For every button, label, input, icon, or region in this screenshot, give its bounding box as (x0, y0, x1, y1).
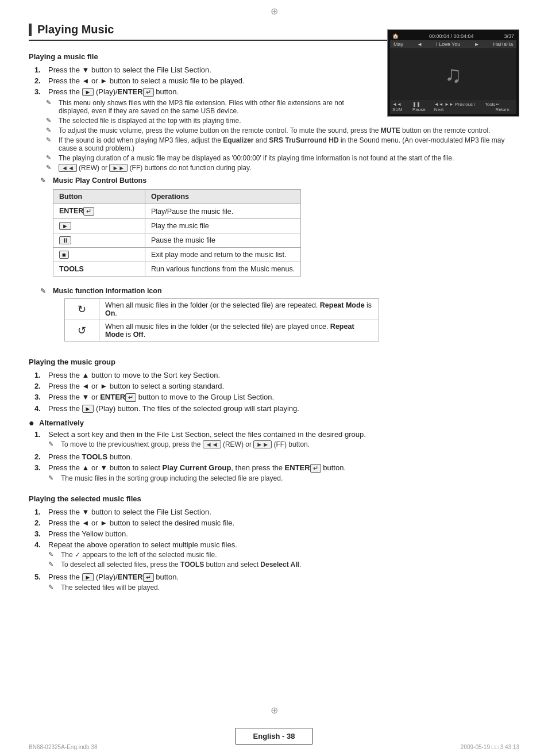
note-pencil-icon: ✎ (48, 440, 57, 448)
music-function-icon-content: Music function information icon ↻ When a… (53, 287, 403, 347)
page-footer: English - 38 (0, 728, 548, 745)
enter-sym: ↵ (125, 393, 136, 402)
screenshot-ctrl-pause: ❚❚ Pause (412, 102, 434, 112)
list-item: 1. Press the ▲ button to move to the Sor… (34, 371, 519, 379)
repeat-on-icon: ↻ (65, 299, 99, 320)
playing-music-file-section: 🏠 00:00:04 / 00:04:04 3/37 May ◄ I Love … (29, 52, 519, 154)
crosshair-bottom-icon: ⊕ (271, 705, 278, 716)
playing-selected-music-title: Playing the selected music files (29, 494, 519, 503)
step-num: 1. (34, 66, 45, 74)
step-text: Press the Yellow button. (48, 529, 128, 538)
step-num: 2. (34, 382, 45, 390)
note-item: ✎ ◄◄ (REW) or ►► (FF) buttons do not fun… (46, 164, 519, 172)
screenshot-ctrl-sum: ◄◄ SUM (392, 102, 412, 112)
step-text: Press the ◄ or ► button to select a musi… (48, 76, 245, 85)
step-num: 3. (34, 463, 45, 472)
note-text: The selected file is displayed at the to… (59, 117, 241, 125)
playing-music-group-section: Playing the music group 1. Press the ▲ b… (29, 358, 519, 484)
note-text: This menu only shows files with the MP3 … (59, 99, 376, 115)
step-num: 3. (34, 529, 45, 538)
pencil-icon: ✎ (40, 176, 49, 185)
music-control-table: Button Operations ENTER↵ Play/Pause the … (53, 189, 301, 277)
list-item: 2. Press the ◄ or ► button to select the… (34, 519, 519, 527)
stop-sym: ■ (59, 251, 69, 259)
ff-sym: ►► (253, 440, 272, 448)
table-cell-button: ENTER↵ (53, 204, 145, 219)
step-text: Press the ◄ or ► button to select a sort… (48, 382, 224, 390)
screenshot-ctrl-return: ↩ Return (496, 102, 514, 112)
list-item: 3. Press the ▼ or ENTER↵ button to move … (34, 393, 519, 402)
table-row: ENTER↵ Play/Pause the music file. (53, 204, 301, 219)
enter-btn-sym: ↵ (143, 88, 154, 97)
table-cell-op: Run various functions from the Music men… (145, 262, 301, 277)
note-item: ✎ The music files in the sorting group i… (48, 474, 346, 482)
screenshot-track-bar: May ◄ I Love You ► HaHaHa (390, 40, 516, 48)
screenshot-artist: May (393, 41, 403, 47)
step-text: Press the ▼ button to select the File Li… (48, 508, 211, 516)
repeat-on-desc: When all music files in the folder (or t… (99, 299, 379, 320)
step-content: Press the ▲ or ▼ button to select Play C… (48, 463, 346, 484)
step-text: Press the ► (Play)/ENTER↵ button. (48, 573, 179, 581)
table-cell-op: Play the music file (145, 219, 301, 233)
step-text: Press the ▲ button to move to the Sort k… (48, 371, 220, 379)
note-pencil-icon: ✎ (46, 117, 55, 124)
note-pencil-icon: ✎ (46, 154, 55, 162)
note-text: The playing duration of a music file may… (59, 154, 454, 162)
repeat-off-desc: When all music files in the folder (or t… (99, 320, 379, 341)
ff-btn: ►► (109, 164, 128, 172)
note-item: ✎ To move to the previous/next group, pr… (48, 440, 366, 448)
table-cell-button: TOOLS (53, 262, 145, 277)
note-text: To move to the previous/next group, pres… (61, 440, 310, 448)
note-text: To deselect all selected files, press th… (61, 561, 301, 569)
screenshot-ctrl-prevnext: ◄◄ ►► Previous / Next (434, 102, 485, 112)
step-text: Select a sort key and then in the File L… (48, 430, 366, 439)
table-cell-op: Pause the music file (145, 233, 301, 248)
list-item: 1. Press the ▼ button to select the File… (34, 66, 376, 74)
enter-sym: ↵ (83, 207, 94, 216)
list-item: 3. Press the ▲ or ▼ button to select Pla… (34, 463, 519, 484)
list-item: 1. Select a sort key and then in the Fil… (34, 430, 519, 450)
screenshot-next-icon: ► (474, 41, 479, 47)
footer-label: English - 38 (236, 728, 313, 745)
note-item: ✎ The selected files will be played. (48, 584, 179, 592)
step-num: 1. (34, 430, 45, 439)
enter-sym: ↵ (310, 464, 321, 473)
step-num: 3. (34, 87, 45, 96)
note-item: ✎ This menu only shows files with the MP… (46, 99, 376, 115)
note-text: ◄◄ (REW) or ►► (FF) buttons do not funct… (59, 164, 251, 172)
step-num: 3. (34, 393, 45, 401)
note-text: The selected files will be played. (61, 584, 160, 592)
music-play-control-block: ✎ Music Play Control Buttons Button Oper… (40, 176, 519, 283)
playing-music-group-title: Playing the music group (29, 358, 519, 366)
page-title-text: Playing Music (37, 23, 114, 36)
step-text: Repeat the above operation to select mul… (48, 540, 237, 549)
screenshot-ctrl-tools: Tools (485, 102, 496, 112)
step-num: 1. (34, 508, 45, 516)
step-text: Press the ► (Play)/ENTER↵ button. (48, 87, 179, 97)
list-item: 1. Press the ▼ button to select the File… (34, 508, 519, 516)
step-text: Press the ◄ or ► button to select the de… (48, 519, 234, 527)
list-item: 2. Press the ◄ or ► button to select a m… (34, 76, 376, 85)
step-text: Press the ▼ button to select the File Li… (48, 66, 211, 74)
note-item: ✎ To adjust the music volume, press the … (46, 126, 519, 135)
step-num: 2. (34, 76, 45, 85)
table-row: TOOLS Run various functions from the Mus… (53, 262, 301, 277)
music-note-icon: ♫ (445, 62, 462, 87)
table-cell-button: ■ (53, 248, 145, 262)
note-pencil-icon: ✎ (48, 561, 57, 568)
step-num: 2. (34, 452, 45, 461)
screenshot-track-num: 3/37 (504, 33, 514, 39)
playing-music-group-steps: 1. Press the ▲ button to move to the Sor… (29, 371, 519, 413)
screenshot-album: HaHaHa (493, 41, 513, 47)
alternatively-bullet: ● Alternatively (29, 419, 519, 428)
list-item: 4. Press the ► (Play) button. The files … (34, 404, 519, 413)
list-item: 3. Press the ► (Play)/ENTER↵ button. (34, 87, 376, 97)
table-row: ■ Exit play mode and return to the music… (53, 248, 301, 262)
step-content: Select a sort key and then in the File L… (48, 430, 366, 450)
music-function-icon-block: ✎ Music function information icon ↻ When… (40, 287, 519, 347)
list-item: 4. Repeat the above operation to select … (34, 540, 519, 570)
table-row: ⏸ Pause the music file (53, 233, 301, 248)
step-num: 2. (34, 519, 45, 527)
alternatively-block: ● Alternatively (29, 419, 519, 428)
page-container: ⊕ Playing Music 🏠 00:00:04 / 00:04:04 3/… (0, 0, 548, 756)
